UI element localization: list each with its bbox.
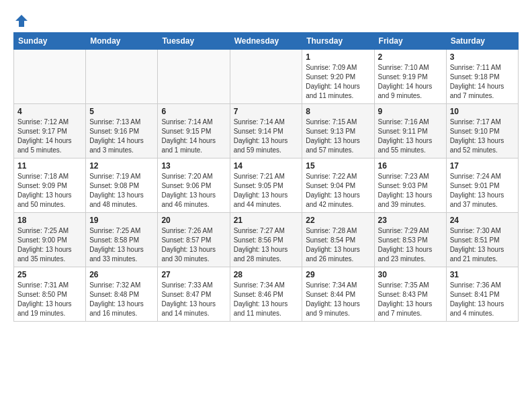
day-number: 7 [234,107,299,116]
calendar-cell: 25Sunrise: 7:31 AM Sunset: 8:50 PM Dayli… [14,267,86,322]
calendar-cell: 26Sunrise: 7:32 AM Sunset: 8:48 PM Dayli… [86,267,158,322]
calendar-cell: 23Sunrise: 7:29 AM Sunset: 8:53 PM Dayli… [374,213,446,267]
calendar-cell: 24Sunrise: 7:30 AM Sunset: 8:51 PM Dayli… [446,213,518,267]
day-header-saturday: Saturday [446,33,518,50]
calendar-cell: 28Sunrise: 7:34 AM Sunset: 8:46 PM Dayli… [230,267,302,322]
calendar-cell: 31Sunrise: 7:36 AM Sunset: 8:41 PM Dayli… [446,267,518,322]
day-number: 18 [17,216,82,225]
calendar-cell: 2Sunrise: 7:10 AM Sunset: 9:19 PM Daylig… [374,50,446,104]
day-number: 26 [89,270,154,279]
day-content: Sunrise: 7:14 AM Sunset: 9:15 PM Dayligh… [161,118,226,155]
calendar-week-row: 25Sunrise: 7:31 AM Sunset: 8:50 PM Dayli… [14,267,519,322]
day-number: 10 [450,107,515,116]
day-number: 30 [378,270,443,279]
day-header-monday: Monday [86,33,158,50]
calendar-cell [230,50,302,104]
day-content: Sunrise: 7:30 AM Sunset: 8:51 PM Dayligh… [450,226,515,264]
day-content: Sunrise: 7:09 AM Sunset: 9:20 PM Dayligh… [306,63,370,101]
calendar-week-row: 4Sunrise: 7:12 AM Sunset: 9:17 PM Daylig… [14,104,519,158]
day-content: Sunrise: 7:35 AM Sunset: 8:43 PM Dayligh… [378,281,443,318]
day-number: 28 [234,270,299,279]
day-number: 29 [306,270,370,279]
day-content: Sunrise: 7:25 AM Sunset: 9:00 PM Dayligh… [17,226,82,264]
day-header-friday: Friday [374,33,446,50]
calendar-cell: 21Sunrise: 7:27 AM Sunset: 8:56 PM Dayli… [230,213,302,267]
calendar-cell: 3Sunrise: 7:11 AM Sunset: 9:18 PM Daylig… [446,50,518,104]
day-number: 3 [450,52,515,62]
day-content: Sunrise: 7:36 AM Sunset: 8:41 PM Dayligh… [450,281,515,318]
day-content: Sunrise: 7:29 AM Sunset: 8:53 PM Dayligh… [378,226,443,264]
calendar-cell [158,50,230,104]
calendar-cell: 20Sunrise: 7:26 AM Sunset: 8:57 PM Dayli… [158,213,230,267]
day-number: 14 [234,161,299,171]
day-number: 22 [306,216,370,225]
calendar-cell: 1Sunrise: 7:09 AM Sunset: 9:20 PM Daylig… [302,50,374,104]
calendar-cell: 19Sunrise: 7:25 AM Sunset: 8:58 PM Dayli… [86,213,158,267]
calendar-cell: 6Sunrise: 7:14 AM Sunset: 9:15 PM Daylig… [158,104,230,158]
calendar-cell: 16Sunrise: 7:23 AM Sunset: 9:03 PM Dayli… [374,158,446,213]
day-number: 31 [450,270,515,279]
day-content: Sunrise: 7:33 AM Sunset: 8:47 PM Dayligh… [161,281,226,318]
day-number: 15 [306,161,370,171]
day-content: Sunrise: 7:15 AM Sunset: 9:13 PM Dayligh… [306,118,370,155]
day-header-tuesday: Tuesday [158,33,230,50]
calendar-week-row: 18Sunrise: 7:25 AM Sunset: 9:00 PM Dayli… [14,213,519,267]
calendar-header-row: SundayMondayTuesdayWednesdayThursdayFrid… [14,33,519,50]
calendar-cell: 8Sunrise: 7:15 AM Sunset: 9:13 PM Daylig… [302,104,374,158]
day-header-wednesday: Wednesday [230,33,302,50]
calendar-cell: 27Sunrise: 7:33 AM Sunset: 8:47 PM Dayli… [158,267,230,322]
day-number: 5 [89,107,154,116]
calendar-table: SundayMondayTuesdayWednesdayThursdayFrid… [13,32,519,322]
day-number: 20 [161,216,226,225]
day-content: Sunrise: 7:34 AM Sunset: 8:46 PM Dayligh… [234,281,299,318]
calendar-cell: 12Sunrise: 7:19 AM Sunset: 9:08 PM Dayli… [86,158,158,213]
day-number: 13 [161,161,226,171]
day-content: Sunrise: 7:31 AM Sunset: 8:50 PM Dayligh… [17,281,82,318]
day-content: Sunrise: 7:17 AM Sunset: 9:10 PM Dayligh… [450,118,515,155]
day-content: Sunrise: 7:13 AM Sunset: 9:16 PM Dayligh… [89,118,154,155]
day-content: Sunrise: 7:19 AM Sunset: 9:08 PM Dayligh… [89,172,154,210]
day-number: 17 [450,161,515,171]
calendar-cell: 17Sunrise: 7:24 AM Sunset: 9:01 PM Dayli… [446,158,518,213]
logo-icon [14,13,29,28]
day-content: Sunrise: 7:10 AM Sunset: 9:19 PM Dayligh… [378,63,443,101]
calendar-cell: 14Sunrise: 7:21 AM Sunset: 9:05 PM Dayli… [230,158,302,213]
calendar-cell: 4Sunrise: 7:12 AM Sunset: 9:17 PM Daylig… [14,104,86,158]
day-content: Sunrise: 7:27 AM Sunset: 8:56 PM Dayligh… [234,226,299,264]
calendar-cell: 15Sunrise: 7:22 AM Sunset: 9:04 PM Dayli… [302,158,374,213]
day-content: Sunrise: 7:32 AM Sunset: 8:48 PM Dayligh… [89,281,154,318]
day-number: 19 [89,216,154,225]
calendar-cell: 7Sunrise: 7:14 AM Sunset: 9:14 PM Daylig… [230,104,302,158]
day-number: 23 [378,216,443,225]
day-content: Sunrise: 7:20 AM Sunset: 9:06 PM Dayligh… [161,172,226,210]
calendar-cell [14,50,86,104]
day-number: 24 [450,216,515,225]
calendar-cell: 30Sunrise: 7:35 AM Sunset: 8:43 PM Dayli… [374,267,446,322]
day-number: 21 [234,216,299,225]
calendar-cell: 18Sunrise: 7:25 AM Sunset: 9:00 PM Dayli… [14,213,86,267]
day-content: Sunrise: 7:24 AM Sunset: 9:01 PM Dayligh… [450,172,515,210]
day-header-sunday: Sunday [14,33,86,50]
calendar-cell: 29Sunrise: 7:34 AM Sunset: 8:44 PM Dayli… [302,267,374,322]
day-content: Sunrise: 7:11 AM Sunset: 9:18 PM Dayligh… [450,63,515,101]
day-content: Sunrise: 7:16 AM Sunset: 9:11 PM Dayligh… [378,118,443,155]
day-number: 2 [378,52,443,62]
calendar-cell: 22Sunrise: 7:28 AM Sunset: 8:54 PM Dayli… [302,213,374,267]
calendar-cell: 5Sunrise: 7:13 AM Sunset: 9:16 PM Daylig… [86,104,158,158]
day-number: 6 [161,107,226,116]
day-number: 11 [17,161,82,171]
calendar-cell: 13Sunrise: 7:20 AM Sunset: 9:06 PM Dayli… [158,158,230,213]
day-number: 4 [17,107,82,116]
day-number: 25 [17,270,82,279]
day-number: 8 [306,107,370,116]
day-number: 1 [306,52,370,62]
header [13,13,519,26]
day-number: 9 [378,107,443,116]
day-content: Sunrise: 7:34 AM Sunset: 8:44 PM Dayligh… [306,281,370,318]
calendar-cell: 10Sunrise: 7:17 AM Sunset: 9:10 PM Dayli… [446,104,518,158]
day-content: Sunrise: 7:22 AM Sunset: 9:04 PM Dayligh… [306,172,370,210]
calendar-cell: 9Sunrise: 7:16 AM Sunset: 9:11 PM Daylig… [374,104,446,158]
svg-marker-0 [15,15,28,27]
day-number: 12 [89,161,154,171]
day-content: Sunrise: 7:14 AM Sunset: 9:14 PM Dayligh… [234,118,299,155]
